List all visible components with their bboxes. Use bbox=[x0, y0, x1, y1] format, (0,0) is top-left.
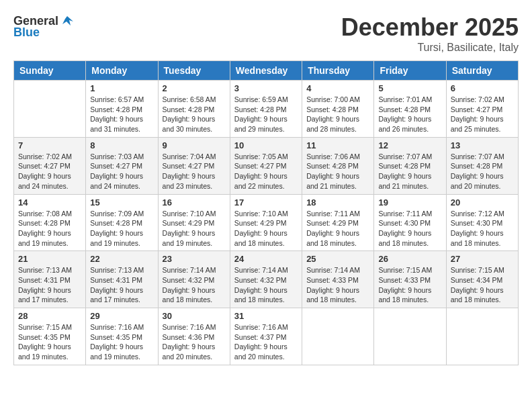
calendar-day-cell: 30Sunrise: 7:16 AM Sunset: 4:36 PM Dayli… bbox=[158, 308, 230, 365]
day-number: 27 bbox=[451, 254, 514, 264]
calendar-day-cell bbox=[446, 308, 518, 365]
calendar-header-row: SundayMondayTuesdayWednesdayThursdayFrid… bbox=[14, 61, 519, 81]
day-info: Sunrise: 7:11 AM Sunset: 4:29 PM Dayligh… bbox=[306, 209, 369, 248]
calendar-day-cell bbox=[14, 81, 86, 138]
day-number: 17 bbox=[234, 197, 298, 208]
calendar-table: SundayMondayTuesdayWednesdayThursdayFrid… bbox=[13, 60, 519, 365]
calendar-day-cell: 6Sunrise: 7:02 AM Sunset: 4:27 PM Daylig… bbox=[446, 81, 518, 138]
day-info: Sunrise: 6:58 AM Sunset: 4:28 PM Dayligh… bbox=[163, 95, 226, 134]
calendar-day-cell: 14Sunrise: 7:08 AM Sunset: 4:28 PM Dayli… bbox=[14, 194, 86, 251]
calendar-day-cell: 2Sunrise: 6:58 AM Sunset: 4:28 PM Daylig… bbox=[158, 81, 230, 138]
day-number: 24 bbox=[234, 254, 298, 264]
day-info: Sunrise: 7:03 AM Sunset: 4:27 PM Dayligh… bbox=[90, 152, 153, 191]
calendar-day-cell: 20Sunrise: 7:12 AM Sunset: 4:30 PM Dayli… bbox=[446, 194, 518, 251]
calendar-day-cell: 7Sunrise: 7:02 AM Sunset: 4:27 PM Daylig… bbox=[14, 137, 86, 194]
calendar-day-header: Saturday bbox=[446, 61, 518, 81]
calendar-day-cell: 4Sunrise: 7:00 AM Sunset: 4:28 PM Daylig… bbox=[302, 81, 374, 138]
day-info: Sunrise: 7:02 AM Sunset: 4:27 PM Dayligh… bbox=[18, 152, 81, 191]
day-info: Sunrise: 7:14 AM Sunset: 4:32 PM Dayligh… bbox=[163, 265, 226, 305]
day-info: Sunrise: 7:06 AM Sunset: 4:28 PM Dayligh… bbox=[306, 152, 369, 191]
calendar-day-cell: 24Sunrise: 7:14 AM Sunset: 4:32 PM Dayli… bbox=[230, 251, 302, 308]
calendar-day-cell: 28Sunrise: 7:15 AM Sunset: 4:35 PM Dayli… bbox=[14, 308, 86, 365]
day-number: 21 bbox=[18, 254, 81, 264]
day-info: Sunrise: 7:09 AM Sunset: 4:28 PM Dayligh… bbox=[90, 209, 153, 248]
day-number: 18 bbox=[306, 197, 369, 208]
day-number: 23 bbox=[163, 254, 226, 264]
day-number: 4 bbox=[306, 83, 369, 93]
day-number: 8 bbox=[90, 140, 153, 150]
calendar-day-cell: 15Sunrise: 7:09 AM Sunset: 4:28 PM Dayli… bbox=[86, 194, 158, 251]
day-number: 14 bbox=[18, 197, 81, 208]
day-info: Sunrise: 7:16 AM Sunset: 4:37 PM Dayligh… bbox=[234, 322, 298, 362]
calendar-week-row: 28Sunrise: 7:15 AM Sunset: 4:35 PM Dayli… bbox=[14, 308, 519, 365]
day-number: 28 bbox=[18, 311, 81, 321]
day-info: Sunrise: 7:11 AM Sunset: 4:30 PM Dayligh… bbox=[378, 209, 441, 248]
day-info: Sunrise: 7:15 AM Sunset: 4:35 PM Dayligh… bbox=[18, 322, 81, 362]
day-number: 30 bbox=[163, 311, 226, 321]
day-info: Sunrise: 7:15 AM Sunset: 4:34 PM Dayligh… bbox=[451, 265, 514, 305]
day-info: Sunrise: 7:01 AM Sunset: 4:28 PM Dayligh… bbox=[378, 95, 441, 134]
day-number: 11 bbox=[306, 140, 369, 150]
day-info: Sunrise: 7:12 AM Sunset: 4:30 PM Dayligh… bbox=[451, 209, 514, 248]
logo-blue-text: Blue bbox=[13, 26, 40, 40]
day-number: 12 bbox=[378, 140, 441, 150]
calendar-week-row: 7Sunrise: 7:02 AM Sunset: 4:27 PM Daylig… bbox=[14, 137, 519, 194]
calendar-week-row: 21Sunrise: 7:13 AM Sunset: 4:31 PM Dayli… bbox=[14, 251, 519, 308]
calendar-day-cell: 11Sunrise: 7:06 AM Sunset: 4:28 PM Dayli… bbox=[302, 137, 374, 194]
calendar-day-cell: 18Sunrise: 7:11 AM Sunset: 4:29 PM Dayli… bbox=[302, 194, 374, 251]
day-info: Sunrise: 6:57 AM Sunset: 4:28 PM Dayligh… bbox=[90, 95, 153, 134]
svg-marker-0 bbox=[62, 16, 73, 26]
calendar-day-header: Sunday bbox=[14, 61, 86, 81]
day-number: 5 bbox=[378, 83, 441, 93]
day-number: 16 bbox=[163, 197, 226, 208]
day-info: Sunrise: 7:00 AM Sunset: 4:28 PM Dayligh… bbox=[306, 95, 369, 134]
day-info: Sunrise: 7:07 AM Sunset: 4:28 PM Dayligh… bbox=[451, 152, 514, 191]
month-title: December 2025 bbox=[341, 13, 519, 42]
calendar-day-cell: 29Sunrise: 7:16 AM Sunset: 4:35 PM Dayli… bbox=[86, 308, 158, 365]
logo: General Blue bbox=[13, 13, 75, 40]
day-number: 3 bbox=[234, 83, 298, 93]
calendar-day-header: Monday bbox=[86, 61, 158, 81]
calendar-day-cell: 10Sunrise: 7:05 AM Sunset: 4:27 PM Dayli… bbox=[230, 137, 302, 194]
calendar-day-cell: 12Sunrise: 7:07 AM Sunset: 4:28 PM Dayli… bbox=[374, 137, 446, 194]
day-number: 7 bbox=[18, 140, 81, 150]
day-info: Sunrise: 7:04 AM Sunset: 4:27 PM Dayligh… bbox=[163, 152, 226, 191]
calendar-day-cell: 23Sunrise: 7:14 AM Sunset: 4:32 PM Dayli… bbox=[158, 251, 230, 308]
day-info: Sunrise: 7:08 AM Sunset: 4:28 PM Dayligh… bbox=[18, 209, 81, 248]
calendar-day-cell: 22Sunrise: 7:13 AM Sunset: 4:31 PM Dayli… bbox=[86, 251, 158, 308]
day-info: Sunrise: 7:10 AM Sunset: 4:29 PM Dayligh… bbox=[163, 209, 226, 248]
calendar-day-cell: 19Sunrise: 7:11 AM Sunset: 4:30 PM Dayli… bbox=[374, 194, 446, 251]
day-number: 25 bbox=[306, 254, 369, 264]
day-info: Sunrise: 7:16 AM Sunset: 4:35 PM Dayligh… bbox=[90, 322, 153, 362]
calendar-day-cell: 9Sunrise: 7:04 AM Sunset: 4:27 PM Daylig… bbox=[158, 137, 230, 194]
calendar-day-header: Thursday bbox=[302, 61, 374, 81]
calendar-day-cell: 1Sunrise: 6:57 AM Sunset: 4:28 PM Daylig… bbox=[86, 81, 158, 138]
day-number: 2 bbox=[163, 83, 226, 93]
calendar-week-row: 1Sunrise: 6:57 AM Sunset: 4:28 PM Daylig… bbox=[14, 81, 519, 138]
calendar-day-cell: 3Sunrise: 6:59 AM Sunset: 4:28 PM Daylig… bbox=[230, 81, 302, 138]
day-info: Sunrise: 7:14 AM Sunset: 4:32 PM Dayligh… bbox=[234, 265, 298, 305]
day-number: 13 bbox=[451, 140, 514, 150]
day-number: 31 bbox=[234, 311, 298, 321]
calendar-day-cell: 21Sunrise: 7:13 AM Sunset: 4:31 PM Dayli… bbox=[14, 251, 86, 308]
day-info: Sunrise: 6:59 AM Sunset: 4:28 PM Dayligh… bbox=[234, 95, 298, 134]
day-number: 9 bbox=[163, 140, 226, 150]
calendar-day-cell: 8Sunrise: 7:03 AM Sunset: 4:27 PM Daylig… bbox=[86, 137, 158, 194]
calendar-day-cell bbox=[302, 308, 374, 365]
day-number: 29 bbox=[90, 311, 153, 321]
calendar-day-cell: 17Sunrise: 7:10 AM Sunset: 4:29 PM Dayli… bbox=[230, 194, 302, 251]
page-header: General Blue December 2025 Tursi, Basili… bbox=[13, 13, 519, 54]
day-number: 20 bbox=[451, 197, 514, 208]
day-info: Sunrise: 7:14 AM Sunset: 4:33 PM Dayligh… bbox=[306, 265, 369, 305]
day-number: 1 bbox=[90, 83, 153, 93]
calendar-day-cell: 5Sunrise: 7:01 AM Sunset: 4:28 PM Daylig… bbox=[374, 81, 446, 138]
day-number: 6 bbox=[451, 83, 514, 93]
logo-bird-icon bbox=[60, 13, 75, 28]
calendar-week-row: 14Sunrise: 7:08 AM Sunset: 4:28 PM Dayli… bbox=[14, 194, 519, 251]
calendar-day-cell: 16Sunrise: 7:10 AM Sunset: 4:29 PM Dayli… bbox=[158, 194, 230, 251]
calendar-day-cell bbox=[374, 308, 446, 365]
title-block: December 2025 Tursi, Basilicate, Italy bbox=[341, 13, 519, 54]
calendar-day-cell: 27Sunrise: 7:15 AM Sunset: 4:34 PM Dayli… bbox=[446, 251, 518, 308]
calendar-day-cell: 13Sunrise: 7:07 AM Sunset: 4:28 PM Dayli… bbox=[446, 137, 518, 194]
day-info: Sunrise: 7:13 AM Sunset: 4:31 PM Dayligh… bbox=[18, 265, 81, 305]
